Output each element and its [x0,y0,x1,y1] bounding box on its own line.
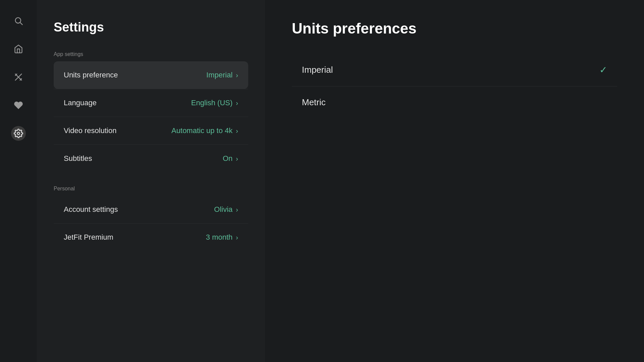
subtitles-value: On [223,154,232,163]
account-settings-value: Olivia [214,205,232,214]
app-settings-list: Units preference Imperial › Language Eng… [54,61,248,172]
left-panel: Settings App settings Units preference I… [37,0,265,362]
jetfit-premium-label: JetFit Premium [64,233,113,242]
video-resolution-label: Video resolution [64,126,116,135]
units-preference-chevron: › [236,71,238,79]
jetfit-premium-item[interactable]: JetFit Premium 3 month › [54,224,248,251]
video-resolution-item[interactable]: Video resolution Automatic up to 4k › [54,117,248,145]
search-icon[interactable] [11,13,26,28]
right-panel: Units preferences Imperial ✓ Metric [265,0,644,362]
units-preference-right: Imperial › [206,71,238,79]
metric-option-label: Metric [302,97,326,108]
jetfit-premium-chevron: › [236,234,238,241]
tools-icon[interactable] [11,70,26,84]
heart-icon[interactable] [11,98,26,113]
personal-section: Personal Account settings Olivia › JetFi… [54,186,248,251]
svg-point-0 [15,18,21,23]
imperial-check-icon: ✓ [599,64,607,75]
page-title: Settings [54,20,248,35]
app-settings-label: App settings [54,51,248,57]
svg-point-6 [17,132,20,135]
app-settings-section: App settings Units preference Imperial ›… [54,51,248,172]
video-resolution-chevron: › [236,127,238,135]
home-icon[interactable] [11,42,26,56]
svg-line-1 [20,23,22,25]
language-chevron: › [236,99,238,107]
units-preference-label: Units preference [64,71,118,79]
sidebar [0,0,37,362]
units-preference-item[interactable]: Units preference Imperial › [54,61,248,89]
right-panel-title: Units preferences [292,20,617,37]
subtitles-right: On › [223,154,238,163]
subtitles-chevron: › [236,155,238,163]
imperial-option-label: Imperial [302,65,333,75]
account-settings-chevron: › [236,206,238,214]
video-resolution-value: Automatic up to 4k [171,126,232,135]
jetfit-premium-value: 3 month [206,233,233,242]
language-label: Language [64,99,97,107]
metric-option[interactable]: Metric [292,86,617,118]
account-settings-item[interactable]: Account settings Olivia › [54,196,248,224]
account-settings-right: Olivia › [214,205,238,214]
language-item[interactable]: Language English (US) › [54,89,248,117]
language-value: English (US) [191,99,232,107]
language-right: English (US) › [191,99,238,107]
subtitles-item[interactable]: Subtitles On › [54,145,248,172]
jetfit-premium-right: 3 month › [206,233,238,242]
video-resolution-right: Automatic up to 4k › [171,126,238,135]
settings-nav-icon[interactable] [11,126,26,141]
units-preference-value: Imperial [206,71,232,79]
personal-settings-list: Account settings Olivia › JetFit Premium… [54,196,248,251]
subtitles-label: Subtitles [64,154,92,163]
account-settings-label: Account settings [64,205,118,214]
imperial-option[interactable]: Imperial ✓ [292,54,617,86]
units-options-list: Imperial ✓ Metric [292,54,617,118]
personal-label: Personal [54,186,248,192]
